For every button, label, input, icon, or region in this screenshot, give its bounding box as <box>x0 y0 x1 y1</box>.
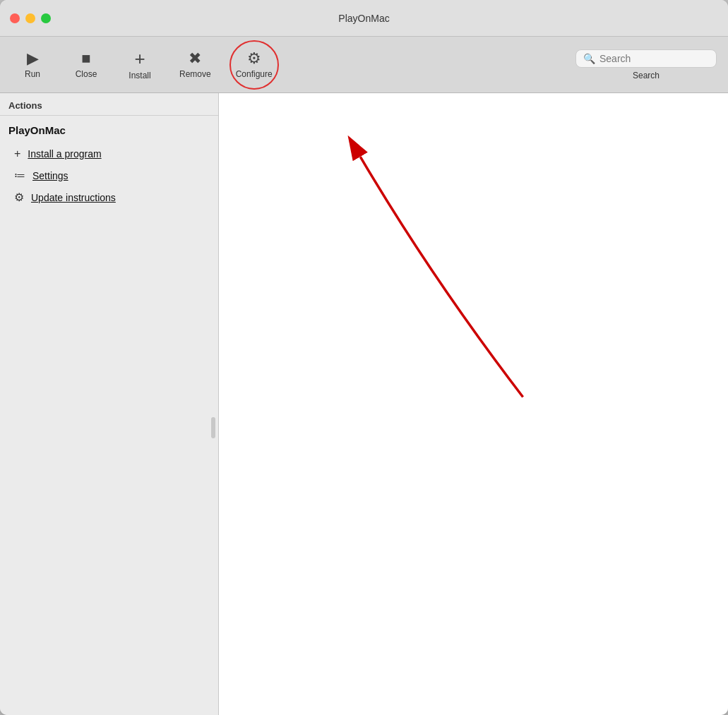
update-instructions-label: Update instructions <box>31 192 116 203</box>
install-program-icon: + <box>14 148 20 160</box>
update-instructions-icon: ⚙ <box>14 191 24 204</box>
sidebar-scroll-area: + Install a program ≔ Settings ⚙ Update … <box>0 140 218 715</box>
remove-button[interactable]: ✖ Remove <box>172 47 218 83</box>
close-label: Close <box>76 69 97 79</box>
search-input[interactable] <box>599 53 698 64</box>
search-icon: 🔍 <box>583 53 595 64</box>
scroll-indicator <box>211 417 215 438</box>
main-area <box>219 93 728 715</box>
toolbar: ▶ Run ■ Close + Install ✖ Remove ⚙ Confi… <box>0 37 728 93</box>
minimize-window-button[interactable] <box>25 13 35 23</box>
run-label: Run <box>25 69 40 79</box>
annotation-svg <box>219 93 728 715</box>
run-icon: ▶ <box>27 51 39 66</box>
window-title: PlayOnMac <box>338 13 389 24</box>
search-label: Search <box>633 71 660 80</box>
sidebar-item-settings[interactable]: ≔ Settings <box>0 164 218 186</box>
configure-button[interactable]: ⚙ Configure <box>229 40 279 90</box>
install-icon: + <box>134 49 145 68</box>
close-button[interactable]: ■ Close <box>65 47 107 83</box>
maximize-window-button[interactable] <box>41 13 51 23</box>
run-button[interactable]: ▶ Run <box>11 47 54 83</box>
main-content: Actions PlayOnMac + Install a program ≔ … <box>0 93 728 715</box>
sidebar-item-install[interactable]: + Install a program <box>0 143 218 164</box>
main-window: PlayOnMac ▶ Run ■ Close + Install ✖ Remo… <box>0 0 728 715</box>
sidebar-item-update-instructions[interactable]: ⚙ Update instructions <box>0 186 218 208</box>
configure-icon: ⚙ <box>247 51 261 66</box>
install-button[interactable]: + Install <box>119 45 161 85</box>
install-program-label: Install a program <box>28 148 101 160</box>
remove-label: Remove <box>179 69 211 79</box>
sidebar-header: Actions <box>0 93 218 116</box>
window-controls <box>10 13 51 23</box>
titlebar: PlayOnMac <box>0 0 728 37</box>
settings-icon: ≔ <box>14 169 25 182</box>
search-column: 🔍 Search <box>575 49 717 80</box>
search-box[interactable]: 🔍 <box>575 49 717 68</box>
close-window-button[interactable] <box>10 13 20 23</box>
sidebar-section-title: PlayOnMac <box>0 116 218 140</box>
settings-label: Settings <box>32 170 68 181</box>
install-label: Install <box>129 71 150 80</box>
sidebar-items-list: + Install a program ≔ Settings ⚙ Update … <box>0 140 218 211</box>
toolbar-buttons: ▶ Run ■ Close + Install ✖ Remove ⚙ Confi… <box>11 40 288 90</box>
close-icon: ■ <box>81 51 90 66</box>
remove-icon: ✖ <box>189 51 201 66</box>
sidebar: Actions PlayOnMac + Install a program ≔ … <box>0 93 219 715</box>
configure-label: Configure <box>236 69 273 79</box>
